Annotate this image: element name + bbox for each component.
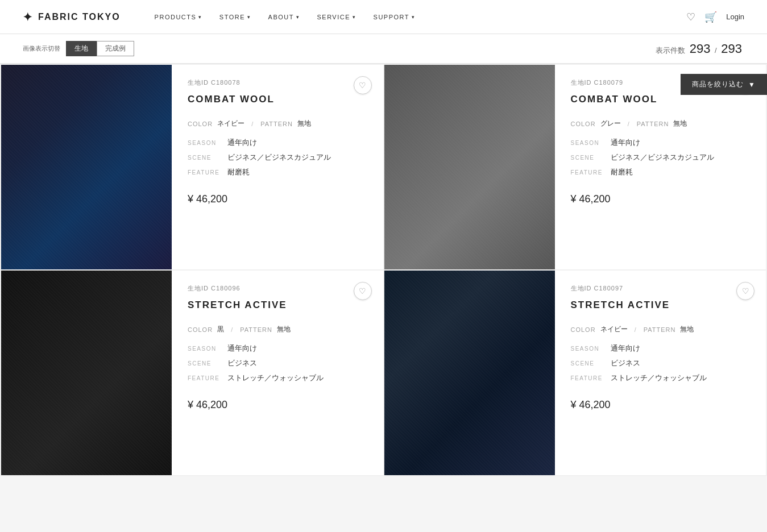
color-label: COLOR [188,120,213,127]
wishlist-button[interactable]: ♡ [354,76,372,94]
count-total: 293 [721,41,742,56]
toggle-completed-button[interactable]: 完成例 [97,41,134,56]
product-card[interactable]: ♡ 生地ID C180096 STRETCH ACTIVE COLOR 黒 / … [1,271,383,475]
product-card[interactable]: ♡ 生地ID C180079 COMBAT WOOL COLOR グレー / P… [384,65,766,269]
product-info: ♡ 生地ID C180096 STRETCH ACTIVE COLOR 黒 / … [172,271,383,475]
count-info: 表示件数 293 / 293 [656,41,744,56]
color-label: COLOR [188,326,213,333]
scene-label: SCENE [188,155,227,161]
nav-store[interactable]: STORE ▾ [219,14,251,20]
scene-row: SCENE ビジネス [571,358,751,368]
product-info: ♡ 生地ID C180079 COMBAT WOOL COLOR グレー / P… [555,65,766,269]
pattern-value: 無地 [277,325,291,334]
product-attrs: COLOR ネイビー / PATTERN 無地 SEASON 通年向け SCEN… [188,119,367,182]
feature-label: FEATURE [188,169,227,176]
fabric-swatch [384,271,555,475]
toggle-fabric-button[interactable]: 生地 [66,41,97,56]
fabric-swatch [1,65,172,269]
products-main: ♡ 生地ID C180078 COMBAT WOOL COLOR ネイビー / … [0,64,767,476]
nav-products[interactable]: PRODUCTS ▾ [155,14,202,20]
season-label: SEASON [188,346,227,352]
toolbar: 画像表示切替 生地 完成例 表示件数 293 / 293 [0,34,767,64]
product-image [384,65,555,269]
color-pattern-row: COLOR ネイビー / PATTERN 無地 [571,325,751,334]
header-actions: ♡ 🛒 Login [686,11,744,23]
logo[interactable]: ✦ FABRIC TOKYO [23,10,121,24]
product-info: ♡ 生地ID C180078 COMBAT WOOL COLOR ネイビー / … [172,65,383,269]
scene-value: ビジネス [611,358,640,368]
product-attrs: COLOR ネイビー / PATTERN 無地 SEASON 通年向け SCEN… [571,325,751,388]
product-image [1,271,172,475]
product-name: STRETCH ACTIVE [188,300,367,311]
fabric-id: 生地ID C180097 [571,284,751,293]
logo-text: FABRIC TOKYO [38,12,121,22]
feature-value: 耐磨耗 [611,167,633,177]
nav-about[interactable]: ABOUT ▾ [268,14,300,20]
product-attrs: COLOR グレー / PATTERN 無地 SEASON 通年向け SCENE… [571,119,751,182]
feature-label: FEATURE [571,375,611,381]
header: ✦ FABRIC TOKYO PRODUCTS ▾ STORE ▾ ABOUT … [0,0,767,34]
pattern-value: 無地 [680,325,694,334]
product-card[interactable]: ♡ 生地ID C180078 COMBAT WOOL COLOR ネイビー / … [1,65,383,269]
nav-service[interactable]: SERVICE ▾ [317,14,356,20]
scene-row: SCENE ビジネス [188,358,367,368]
count-current: 293 [690,41,711,56]
product-image [384,271,555,475]
product-attrs: COLOR 黒 / PATTERN 無地 SEASON 通年向け SCENE ビ… [188,325,367,388]
cart-icon[interactable]: 🛒 [704,11,717,23]
chevron-down-icon: ▾ [296,14,300,20]
fabric-swatch [1,271,172,475]
product-card[interactable]: ♡ 生地ID C180097 STRETCH ACTIVE COLOR ネイビー… [384,271,766,475]
chevron-down-icon: ▼ [748,81,756,89]
season-label: SEASON [571,140,611,146]
scene-value: ビジネス [227,358,257,368]
price: ¥ 46,200 [571,193,751,205]
scene-value: ビジネス／ビジネスカジュアル [227,152,331,163]
color-pattern-row: COLOR ネイビー / PATTERN 無地 [188,119,367,128]
season-label: SEASON [188,140,227,146]
feature-row: FEATURE 耐磨耗 [571,167,751,177]
image-toggle-label: 画像表示切替 [23,44,60,53]
feature-label: FEATURE [571,169,611,176]
color-value: ネイビー [600,325,628,334]
fabric-id: 生地ID C180078 [188,78,367,87]
feature-row: FEATURE ストレッチ／ウォッシャブル [188,373,367,383]
pattern-value: 無地 [673,119,687,128]
login-button[interactable]: Login [726,13,744,21]
feature-row: FEATURE ストレッチ／ウォッシャブル [571,373,751,383]
logo-icon: ✦ [23,10,32,24]
feature-label: FEATURE [188,375,227,381]
season-row: SEASON 通年向け [188,343,367,354]
pattern-label: PATTERN [260,120,293,127]
season-row: SEASON 通年向け [571,343,751,354]
product-name: STRETCH ACTIVE [571,300,751,311]
product-info: ♡ 生地ID C180097 STRETCH ACTIVE COLOR ネイビー… [555,271,766,475]
wishlist-button[interactable]: ♡ [736,282,754,300]
season-label: SEASON [571,346,611,352]
product-name: COMBAT WOOL [188,94,367,105]
count-label: 表示件数 [656,46,685,55]
season-value: 通年向け [227,138,257,148]
scene-row: SCENE ビジネス／ビジネスカジュアル [188,152,367,163]
scene-label: SCENE [188,360,227,367]
color-label: COLOR [571,326,596,333]
color-value: グレー [600,119,621,128]
nav-support[interactable]: SUPPORT ▾ [374,14,416,20]
pattern-label: PATTERN [240,326,272,333]
fabric-swatch [384,65,555,269]
feature-value: ストレッチ／ウォッシャブル [611,373,707,383]
fabric-id: 生地ID C180096 [188,284,367,293]
season-row: SEASON 通年向け [188,138,367,148]
color-label: COLOR [571,120,596,127]
chevron-down-icon: ▾ [247,14,251,20]
filter-button[interactable]: 商品を絞り込む ▼ [681,74,767,95]
price: ¥ 46,200 [571,399,751,411]
chevron-down-icon: ▾ [198,14,202,20]
product-name: COMBAT WOOL [571,94,751,105]
pattern-value: 無地 [297,119,311,128]
season-value: 通年向け [611,343,640,354]
heart-icon: ♡ [359,286,366,296]
season-row: SEASON 通年向け [571,138,751,148]
wishlist-icon[interactable]: ♡ [686,11,695,23]
wishlist-button[interactable]: ♡ [354,282,372,300]
